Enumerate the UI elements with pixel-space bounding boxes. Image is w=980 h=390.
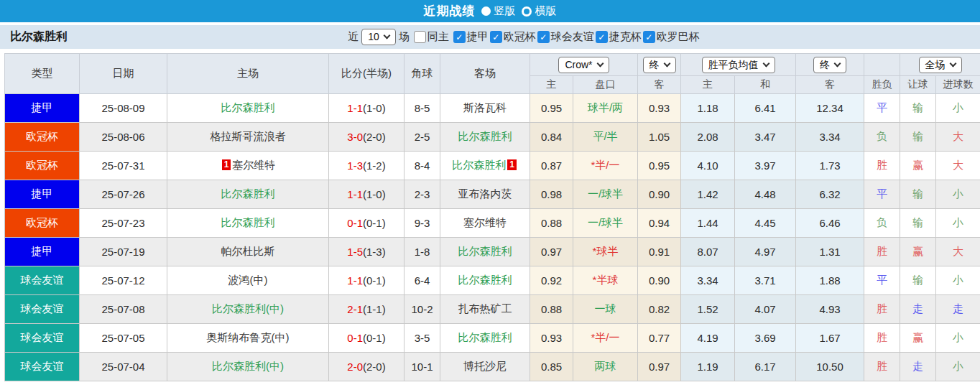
mean-time-select[interactable]: 终: [813, 57, 846, 73]
goals-result-cell: 小: [936, 180, 980, 209]
team-name[interactable]: 比尔森胜利: [458, 130, 512, 142]
odds-time-select[interactable]: 终: [643, 57, 676, 73]
team-name[interactable]: 博托沙尼: [463, 360, 507, 372]
league-filter-球会友谊[interactable]: ✓球会友谊: [537, 30, 594, 44]
half-score: (0-1): [363, 274, 386, 287]
score-cell: 2-0(2-0): [329, 353, 405, 381]
mean-away: 1.31: [796, 238, 864, 266]
radio-unselected-icon[interactable]: [522, 6, 532, 17]
away-team-cell: 扎布热矿工: [440, 295, 530, 324]
match-date: 25-07-12: [80, 266, 167, 295]
recent-count-select[interactable]: 10: [361, 29, 396, 45]
team-name[interactable]: 奥斯纳布鲁克(中): [207, 331, 290, 343]
result-cell: 平: [864, 180, 900, 209]
layout-option-label: 竖版: [494, 4, 516, 18]
team-name[interactable]: 比尔森胜利(中): [212, 360, 284, 372]
handicap-cell: *半/一: [573, 152, 638, 180]
mean-select[interactable]: 胜平负均值: [702, 57, 775, 73]
league-filter-欧冠杯[interactable]: ✓欧冠杯: [490, 30, 536, 44]
layout-option-vertical[interactable]: 竖版: [481, 4, 516, 18]
mean-draw: 4.45: [735, 209, 796, 238]
corners-cell: 2-3: [405, 180, 440, 209]
handicap-result-cell: 输: [900, 123, 936, 152]
red-card-badge: 1: [222, 159, 231, 170]
layout-option-horizontal[interactable]: 横版: [522, 4, 557, 18]
mean-draw: 3.71: [735, 266, 796, 295]
league-filter-欧罗巴杯[interactable]: ✓欧罗巴杯: [643, 30, 700, 44]
team-name[interactable]: 格拉斯哥流浪者: [211, 130, 286, 142]
checkbox-checked-icon[interactable]: ✓: [453, 31, 466, 43]
filters-group: 近 10 场 同主 ✓捷甲✓欧冠杯✓球会友谊✓捷克杯✓欧罗巴杯: [68, 29, 980, 45]
team-name[interactable]: 扎布热矿工: [458, 302, 512, 315]
filter-bar: 比尔森胜利 近 10 场 同主 ✓捷甲✓欧冠杯✓球会友谊✓捷克杯✓欧罗巴杯: [0, 25, 980, 49]
away-team-cell: 比尔森胜利: [440, 123, 530, 152]
goals-result-cell: 走: [936, 295, 980, 324]
league-filter-label: 欧罗巴杯: [657, 30, 700, 44]
result-cell-value: 平: [877, 101, 887, 113]
odds-company-select[interactable]: Crow*: [558, 57, 609, 73]
odds-away: 0.97: [638, 353, 681, 381]
team-name[interactable]: 波鸿(中): [228, 274, 268, 286]
odds-away: 0.82: [638, 295, 681, 324]
team-name[interactable]: 斯洛瓦科: [463, 101, 507, 113]
handicap-result-cell-value: 输: [912, 187, 923, 200]
team-name[interactable]: 比尔森胜利: [452, 159, 506, 171]
checkbox-checked-icon[interactable]: ✓: [490, 31, 502, 43]
team-name[interactable]: 亚布洛内茨: [458, 187, 512, 200]
team-name[interactable]: 比尔森胜利: [221, 101, 275, 113]
scope-select[interactable]: 全场: [919, 57, 962, 73]
recent-prefix-label: 近: [348, 30, 359, 44]
odds-home: 0.88: [530, 209, 573, 238]
team-name[interactable]: 比尔森胜利(中): [212, 302, 284, 315]
table-row: 捷甲25-07-19帕尔杜比斯1-5(1-3)1-8比尔森胜利0.97*球半0.…: [5, 238, 980, 266]
same-venue-filter[interactable]: 同主: [414, 30, 449, 44]
league-filter-捷甲[interactable]: ✓捷甲: [453, 30, 489, 44]
team-name[interactable]: 塞尔维特: [232, 159, 275, 171]
corners-cell: 9-3: [405, 209, 440, 238]
team-name[interactable]: 比尔森胜利: [221, 187, 275, 200]
team-name[interactable]: 比尔森胜利: [221, 216, 275, 228]
team-name[interactable]: 塞尔维特: [463, 216, 507, 228]
match-type-badge: 球会友谊: [5, 324, 80, 353]
checkbox-checked-icon[interactable]: ✓: [643, 31, 655, 43]
handicap-value: *半/一: [591, 331, 619, 343]
team-name[interactable]: 比尔森胜利: [458, 331, 512, 343]
result-cell: 平: [864, 266, 900, 295]
home-team-cell: 比尔森胜利: [167, 94, 329, 123]
odds-away: 0.91: [638, 238, 681, 266]
home-team-cell: 比尔森胜利: [167, 209, 329, 238]
title-bar: 近期战绩 竖版 横版: [0, 0, 980, 22]
result-cell-value: 胜: [877, 331, 887, 343]
chevron-down-icon: [596, 60, 604, 67]
handicap-result-cell-value: 赢: [912, 159, 923, 171]
checkbox-checked-icon[interactable]: ✓: [596, 31, 608, 43]
goals-result-cell: 小: [936, 324, 980, 353]
handicap-cell: *球半: [573, 238, 638, 266]
team-name[interactable]: 帕尔杜比斯: [221, 245, 275, 257]
result-cell-value: 平: [877, 274, 887, 286]
mean-draw: 4.97: [735, 238, 796, 266]
result-cell-value: 平: [877, 187, 887, 200]
mean-away: 12.34: [796, 94, 864, 123]
checkbox-unchecked-icon[interactable]: [414, 31, 426, 43]
score-cell: 1-3(1-2): [329, 152, 405, 180]
column-header-home: 主场: [167, 54, 329, 94]
full-score: 1-3: [347, 159, 363, 172]
handicap-value: 两球: [595, 360, 616, 372]
odds-away: 0.93: [638, 94, 681, 123]
full-score: 1-1: [347, 102, 363, 114]
radio-selected-icon[interactable]: [481, 6, 491, 16]
goals-result-cell-value: 大: [953, 245, 963, 257]
league-filter-捷克杯[interactable]: ✓捷克杯: [596, 30, 642, 44]
column-header-corners: 角球: [405, 54, 440, 94]
goals-result-cell: 小: [936, 353, 980, 381]
team-name[interactable]: 比尔森胜利: [458, 274, 512, 286]
results-table: 类型 日期 主场 比分(半场) 角球 客场 Crow* 终 胜平负均值 终: [4, 53, 980, 381]
home-team-cell: 奥斯纳布鲁克(中): [167, 324, 329, 353]
full-score: 0-1: [347, 332, 363, 344]
result-cell: 胜: [864, 238, 900, 266]
checkbox-checked-icon[interactable]: ✓: [537, 31, 550, 43]
team-name[interactable]: 比尔森胜利: [458, 245, 512, 257]
goals-result-cell: 大: [936, 238, 980, 266]
red-card-badge: 1: [507, 159, 517, 170]
